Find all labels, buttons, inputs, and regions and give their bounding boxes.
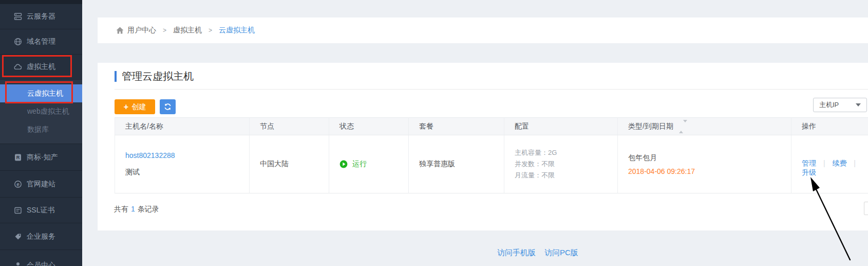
cell-plan: 独享普惠版 bbox=[409, 135, 504, 193]
page-title: 管理云虚拟主机 bbox=[122, 69, 194, 83]
col-hostname: 主机名/名称 bbox=[115, 118, 250, 135]
renew-link[interactable]: 续费 bbox=[832, 159, 846, 167]
col-config: 配置 bbox=[504, 118, 618, 135]
host-filter-value: 主机IP bbox=[819, 100, 856, 110]
tags-icon bbox=[13, 232, 22, 241]
footer: 访问手机版 访问PC版 bbox=[497, 248, 587, 258]
col-actions: 操作 bbox=[791, 118, 868, 135]
breadcrumb: 用户中心 > 虚拟主机 > 云虚拟主机 bbox=[98, 17, 868, 43]
record-summary: 共有1条记录 bbox=[114, 205, 159, 214]
person-icon bbox=[13, 261, 22, 266]
pagination-button-partial[interactable] bbox=[864, 202, 868, 215]
refresh-icon bbox=[164, 103, 172, 111]
sidebar-item-domain[interactable]: 域名管理 bbox=[0, 29, 82, 54]
sidebar-item-label: SSL证书 bbox=[27, 206, 54, 215]
sidebar-item-website-builder[interactable]: e 官网建站 bbox=[0, 170, 82, 197]
col-label: 主机名/名称 bbox=[125, 122, 163, 130]
cell-hostname: host802132288 测试 bbox=[115, 135, 250, 193]
col-label: 操作 bbox=[802, 122, 816, 130]
col-label: 类型/到期日期 bbox=[628, 122, 673, 130]
main-panel: 管理云虚拟主机 + 创建 主机IP 主机名/名称 节点 状态 套餐 配置 类型 bbox=[98, 63, 868, 230]
host-filter-dropdown[interactable]: 主机IP bbox=[813, 98, 867, 112]
col-node: 节点 bbox=[250, 118, 329, 135]
summary-prefix: 共有 bbox=[114, 205, 128, 213]
config-capacity: 主机容量：2G bbox=[515, 147, 617, 158]
breadcrumb-separator: > bbox=[163, 27, 166, 34]
host-table: 主机名/名称 节点 状态 套餐 配置 类型/到期日期 操作 host802132… bbox=[115, 117, 868, 193]
svg-text:e: e bbox=[16, 181, 20, 187]
home-icon bbox=[116, 27, 124, 34]
action-separator: | bbox=[854, 159, 856, 167]
sidebar-item-label: 虚拟主机 bbox=[27, 62, 55, 72]
sidebar-item-database[interactable]: 数据库 bbox=[0, 120, 82, 138]
chevron-down-icon bbox=[856, 103, 861, 107]
sidebar-item-label: 域名管理 bbox=[27, 37, 55, 46]
breadcrumb-cloud-vhost[interactable]: 云虚拟主机 bbox=[219, 26, 255, 35]
running-status-icon bbox=[339, 160, 348, 168]
config-traffic: 月流量：不限 bbox=[515, 170, 617, 181]
status-label: 运行 bbox=[352, 159, 367, 169]
cloud-icon bbox=[13, 63, 22, 72]
website-e-icon: e bbox=[13, 180, 22, 188]
expire-date: 2018-04-06 09:26:17 bbox=[628, 167, 791, 175]
page-title-row: 管理云虚拟主机 bbox=[115, 69, 194, 83]
billing-type: 包年包月 bbox=[628, 153, 791, 163]
host-id-link[interactable]: host802132288 bbox=[125, 151, 175, 159]
table-header-row: 主机名/名称 节点 状态 套餐 配置 类型/到期日期 操作 bbox=[115, 118, 868, 135]
sidebar-item-virtual-host[interactable]: 虚拟主机 bbox=[0, 54, 82, 79]
col-plan: 套餐 bbox=[409, 118, 504, 135]
trademark-r-icon: R bbox=[13, 153, 22, 162]
server-icon bbox=[13, 12, 22, 21]
breadcrumb-virtual-host[interactable]: 虚拟主机 bbox=[173, 26, 202, 35]
record-count: 1 bbox=[131, 205, 135, 213]
sidebar: 云服务器 域名管理 虚拟主机 云虚拟主机 web虚拟主机 数据库 R 商标·知产… bbox=[0, 0, 82, 266]
title-accent-bar bbox=[115, 71, 117, 82]
sidebar-submenu: 云虚拟主机 web虚拟主机 数据库 bbox=[0, 79, 82, 144]
sidebar-item-label: 官网建站 bbox=[27, 180, 55, 189]
create-button-label: 创建 bbox=[131, 102, 146, 112]
host-name: 测试 bbox=[125, 168, 249, 177]
cell-type-expiry: 包年包月 2018-04-06 09:26:17 bbox=[618, 135, 791, 193]
create-button[interactable]: + 创建 bbox=[115, 99, 155, 114]
globe-icon bbox=[13, 38, 22, 46]
col-type-expiry: 类型/到期日期 bbox=[618, 118, 791, 135]
col-label: 配置 bbox=[515, 122, 529, 130]
sidebar-item-label: 云服务器 bbox=[27, 12, 55, 21]
config-concurrency: 并发数：不限 bbox=[515, 158, 617, 170]
cell-config: 主机容量：2G 并发数：不限 月流量：不限 bbox=[504, 135, 618, 193]
svg-text:R: R bbox=[16, 155, 20, 160]
sidebar-item-cloud-server[interactable]: 云服务器 bbox=[0, 4, 82, 29]
title-divider bbox=[115, 89, 868, 90]
action-separator: | bbox=[823, 159, 825, 167]
sidebar-item-enterprise[interactable]: 企业服务 bbox=[0, 223, 82, 250]
sidebar-item-label: 企业服务 bbox=[27, 232, 55, 241]
sidebar-item-member-partial[interactable]: 会员中心 bbox=[0, 250, 82, 266]
col-label: 套餐 bbox=[419, 122, 433, 130]
upgrade-link[interactable]: 升级 bbox=[802, 168, 816, 176]
summary-suffix: 条记录 bbox=[138, 205, 159, 213]
sidebar-top-strip bbox=[0, 0, 82, 4]
certificate-icon bbox=[13, 206, 22, 215]
sort-icon[interactable] bbox=[679, 122, 687, 131]
cell-status: 运行 bbox=[329, 135, 409, 193]
pc-version-link[interactable]: 访问PC版 bbox=[544, 248, 578, 258]
col-label: 状态 bbox=[339, 122, 354, 130]
sidebar-item-label: 商标·知产 bbox=[27, 153, 58, 162]
breadcrumb-separator: > bbox=[209, 27, 212, 34]
plus-icon: + bbox=[124, 103, 128, 111]
col-label: 节点 bbox=[260, 122, 274, 130]
sidebar-item-cloud-vhost[interactable]: 云虚拟主机 bbox=[0, 84, 82, 102]
table-row: host802132288 测试 中国大陆 运行 独享普惠版 主机容量：2G 并… bbox=[115, 135, 868, 193]
cell-node: 中国大陆 bbox=[250, 135, 329, 193]
refresh-button[interactable] bbox=[160, 99, 176, 114]
breadcrumb-user-center[interactable]: 用户中心 bbox=[127, 26, 156, 35]
col-status: 状态 bbox=[329, 118, 409, 135]
sidebar-item-trademark[interactable]: R 商标·知产 bbox=[0, 144, 82, 170]
sidebar-item-ssl[interactable]: SSL证书 bbox=[0, 197, 82, 223]
sidebar-item-web-vhost[interactable]: web虚拟主机 bbox=[0, 102, 82, 120]
sidebar-item-label: 会员中心 bbox=[27, 261, 55, 266]
cell-actions: 管理 | 续费 | 升级 bbox=[791, 135, 868, 193]
mobile-version-link[interactable]: 访问手机版 bbox=[497, 248, 536, 258]
manage-link[interactable]: 管理 bbox=[802, 159, 816, 167]
